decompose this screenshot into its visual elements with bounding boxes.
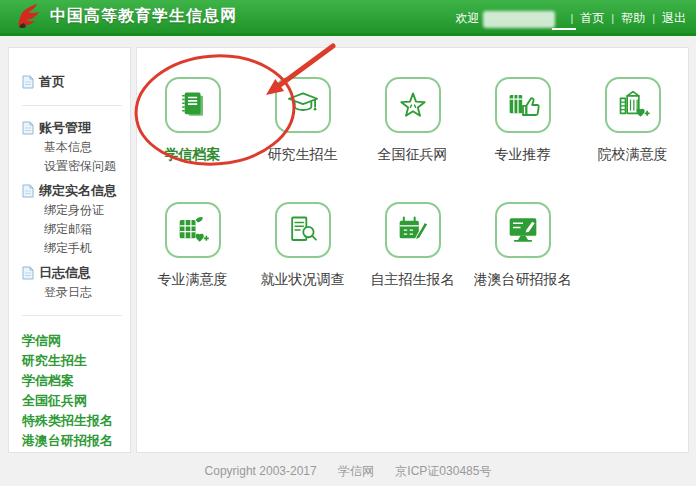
tile-label: 专业推荐 bbox=[495, 146, 551, 164]
sidebar-item-log-info[interactable]: 日志信息 bbox=[22, 263, 124, 283]
sidebar-link-conscription[interactable]: 全国征兵网 bbox=[22, 391, 124, 411]
footer-icp: 京ICP证030485号 bbox=[395, 464, 491, 478]
sidebar-item-bind-phone[interactable]: 绑定手机 bbox=[22, 239, 124, 258]
tile-employment-survey[interactable]: 就业状况调查 bbox=[248, 202, 358, 289]
footer-copyright: Copyright 2003-2017 bbox=[205, 464, 317, 478]
graduation-cap-icon bbox=[275, 77, 331, 133]
main-panel: 学信档案 研究生招生 全国征兵网 bbox=[136, 47, 689, 453]
sidebar-item-login-log[interactable]: 登录日志 bbox=[22, 283, 124, 302]
tile-independent-enrollment[interactable]: 自主招生报名 bbox=[358, 202, 468, 289]
sidebar-divider bbox=[22, 105, 122, 106]
tile-college-satisfaction[interactable]: 院校满意度 bbox=[578, 77, 688, 164]
sidebar-item-identity-binding[interactable]: 绑定实名信息 bbox=[22, 181, 124, 201]
tile-graduate-admission[interactable]: 研究生招生 bbox=[248, 77, 358, 164]
page-icon bbox=[22, 184, 34, 198]
site-title: 中国高等教育学生信息网 bbox=[50, 6, 237, 27]
sidebar-link-chsi[interactable]: 学信网 bbox=[22, 331, 124, 351]
sidebar-link-special-enrollment[interactable]: 特殊类招生报名 bbox=[22, 411, 124, 431]
tile-major-satisfaction[interactable]: 专业满意度 bbox=[138, 202, 248, 289]
tile-label: 学信档案 bbox=[165, 146, 221, 164]
sidebar-link-graduate-admission[interactable]: 研究生招生 bbox=[22, 351, 124, 371]
username-redacted bbox=[483, 11, 555, 28]
page-icon bbox=[22, 121, 34, 135]
username-underline bbox=[552, 28, 576, 30]
army-star-icon bbox=[385, 77, 441, 133]
book-heart-icon bbox=[165, 202, 221, 258]
calendar-pencil-icon bbox=[385, 202, 441, 258]
sidebar-link-hmt-enrollment[interactable]: 港澳台研招报名 bbox=[22, 431, 124, 451]
top-header: 中国高等教育学生信息网 欢迎 | 首页 | 帮助 | 退出 bbox=[0, 0, 696, 36]
footer: Copyright 2003-2017 学信网 京ICP证030485号 bbox=[0, 463, 696, 480]
tile-xuexin-archive[interactable]: 学信档案 bbox=[138, 77, 248, 164]
sidebar-item-bind-email[interactable]: 绑定邮箱 bbox=[22, 220, 124, 239]
nav-home-link[interactable]: 首页 bbox=[580, 10, 604, 27]
tile-hmt-enrollment[interactable]: 港澳台研招报名 bbox=[468, 202, 578, 289]
sidebar-item-account-mgmt[interactable]: 账号管理 bbox=[22, 118, 124, 138]
document-search-icon bbox=[275, 202, 331, 258]
tile-label: 自主招生报名 bbox=[371, 271, 455, 289]
page-icon bbox=[22, 266, 34, 280]
tile-label: 专业满意度 bbox=[158, 271, 228, 289]
building-heart-icon bbox=[605, 77, 661, 133]
thumbs-up-book-icon bbox=[495, 77, 551, 133]
tile-label: 院校满意度 bbox=[598, 146, 668, 164]
tile-label: 全国征兵网 bbox=[378, 146, 448, 164]
nav-help-link[interactable]: 帮助 bbox=[621, 10, 645, 27]
tile-label: 研究生招生 bbox=[268, 146, 338, 164]
sidebar-item-basic-info[interactable]: 基本信息 bbox=[22, 138, 124, 157]
sidebar-item-home[interactable]: 首页 bbox=[22, 72, 124, 92]
nav-logout-link[interactable]: 退出 bbox=[662, 10, 686, 27]
tile-label: 就业状况调查 bbox=[261, 271, 345, 289]
monitor-edit-icon bbox=[495, 202, 551, 258]
welcome-label: 欢迎 bbox=[455, 10, 479, 27]
sidebar-item-bind-id-card[interactable]: 绑定身份证 bbox=[22, 201, 124, 220]
tile-label: 港澳台研招报名 bbox=[474, 271, 572, 289]
footer-site-name: 学信网 bbox=[338, 464, 374, 478]
page-icon bbox=[22, 75, 34, 89]
sidebar-divider bbox=[22, 315, 122, 316]
tile-conscription[interactable]: 全国征兵网 bbox=[358, 77, 468, 164]
sidebar-item-security-question[interactable]: 设置密保问题 bbox=[22, 157, 124, 176]
sidebar: 首页 账号管理 基本信息 设置密保问题 绑定实名信息 绑定身份证 绑定邮箱 绑定… bbox=[8, 47, 131, 453]
chsi-logo-icon bbox=[14, 3, 42, 31]
tile-major-recommendation[interactable]: 专业推荐 bbox=[468, 77, 578, 164]
notebook-icon bbox=[165, 77, 221, 133]
sidebar-link-chsi-archive[interactable]: 学信档案 bbox=[22, 371, 124, 391]
